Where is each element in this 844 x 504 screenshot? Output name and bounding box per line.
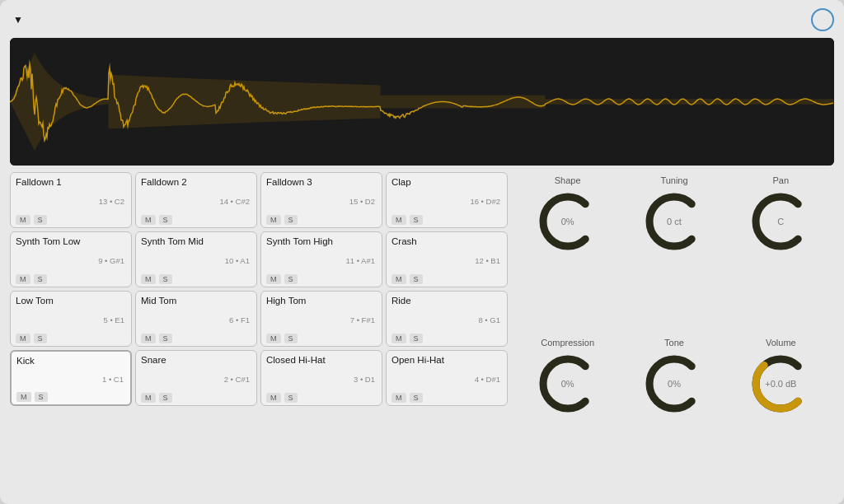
pad-buttons-lowtom: M S bbox=[16, 334, 126, 343]
pad-name-lowtom: Low Tom bbox=[16, 296, 126, 306]
mute-button-falldown1[interactable]: M bbox=[16, 215, 30, 225]
mute-button-synthtommid[interactable]: M bbox=[141, 274, 156, 284]
mute-button-hightom[interactable]: M bbox=[266, 334, 281, 343]
drum-pad-snare[interactable]: Snare 2 • C#1 M S bbox=[135, 350, 257, 406]
pad-buttons-crash: M S bbox=[392, 274, 502, 284]
knob-label-2: Pan bbox=[773, 175, 790, 185]
drum-pad-clap[interactable]: Clap 16 • D#2 M S bbox=[386, 172, 508, 228]
mute-button-openhihat[interactable]: M bbox=[392, 393, 406, 403]
drum-pad-ride[interactable]: Ride 8 • G1 M S bbox=[386, 291, 508, 347]
solo-button-openhihat[interactable]: S bbox=[410, 393, 423, 403]
controls-panel: Shape0%Tuning0 ctPanCCompression0%Tone0%… bbox=[514, 172, 834, 496]
solo-button-falldown1[interactable]: S bbox=[34, 215, 47, 225]
mute-button-kick[interactable]: M bbox=[16, 392, 31, 402]
knob-value-1: 0 ct bbox=[667, 217, 682, 226]
pad-buttons-openhihat: M S bbox=[392, 393, 502, 403]
drum-pad-crash[interactable]: Crash 12 • B1 M S bbox=[386, 231, 508, 287]
pad-name-falldown2: Falldown 2 bbox=[141, 177, 251, 187]
drum-pad-falldown2[interactable]: Falldown 2 14 • C#2 M S bbox=[135, 172, 257, 228]
pad-buttons-falldown1: M S bbox=[16, 215, 126, 225]
drum-pad-synthtomhigh[interactable]: Synth Tom High 11 • A#1 M S bbox=[260, 231, 382, 287]
pad-name-falldown1: Falldown 1 bbox=[16, 177, 126, 187]
pad-name-synthtomlow: Synth Tom Low bbox=[16, 236, 126, 246]
solo-button-hightom[interactable]: S bbox=[284, 334, 298, 343]
mute-button-synthtomhigh[interactable]: M bbox=[266, 274, 281, 284]
knob-value-3: 0% bbox=[561, 379, 574, 389]
knob-group-volume: Volume+0.0 dB bbox=[731, 338, 831, 493]
drum-pad-synthtommid[interactable]: Synth Tom Mid 10 • A1 M S bbox=[135, 231, 257, 287]
knob-tone[interactable]: 0% bbox=[641, 351, 707, 417]
pad-name-snare: Snare bbox=[141, 355, 251, 365]
bottom-section: Falldown 1 13 • C2 M S Falldown 2 14 • C… bbox=[10, 172, 834, 496]
drum-pad-midtom[interactable]: Mid Tom 6 • F1 M S bbox=[135, 291, 257, 347]
mute-button-midtom[interactable]: M bbox=[141, 334, 156, 343]
knob-value-0: 0% bbox=[561, 217, 574, 226]
knob-value-5: +0.0 dB bbox=[765, 379, 796, 389]
knob-tuning[interactable]: 0 ct bbox=[641, 189, 707, 254]
pad-info-snare: 2 • C#1 bbox=[141, 375, 251, 384]
solo-button-falldown2[interactable]: S bbox=[159, 215, 172, 225]
mute-button-ride[interactable]: M bbox=[392, 334, 406, 343]
drum-pad-openhihat[interactable]: Open Hi-Hat 4 • D#1 M S bbox=[386, 350, 508, 406]
solo-button-kick[interactable]: S bbox=[35, 392, 48, 402]
solo-button-synthtommid[interactable]: S bbox=[159, 274, 172, 284]
knob-shape[interactable]: 0% bbox=[535, 189, 601, 254]
pad-name-openhihat: Open Hi-Hat bbox=[392, 355, 502, 365]
solo-button-snare[interactable]: S bbox=[159, 393, 172, 403]
pad-buttons-synthtomhigh: M S bbox=[266, 274, 377, 284]
knob-label-3: Compression bbox=[541, 338, 594, 348]
solo-button-synthtomhigh[interactable]: S bbox=[284, 274, 298, 284]
pad-buttons-closedhihat: M S bbox=[266, 393, 377, 403]
knob-compression[interactable]: 0% bbox=[535, 351, 601, 417]
solo-button-crash[interactable]: S bbox=[410, 274, 423, 284]
knob-volume[interactable]: +0.0 dB bbox=[748, 351, 814, 417]
preset-name[interactable]: ▼ bbox=[10, 14, 23, 26]
pad-buttons-kick: M S bbox=[16, 392, 125, 402]
knob-label-0: Shape bbox=[555, 175, 581, 185]
pad-buttons-clap: M S bbox=[392, 215, 502, 225]
solo-button-falldown3[interactable]: S bbox=[284, 215, 298, 225]
more-options-button[interactable] bbox=[811, 8, 834, 31]
mute-button-falldown2[interactable]: M bbox=[141, 215, 156, 225]
drum-pad-closedhihat[interactable]: Closed Hi-Hat 3 • D1 M S bbox=[260, 350, 382, 406]
mute-button-clap[interactable]: M bbox=[392, 215, 406, 225]
pad-info-ride: 8 • G1 bbox=[392, 315, 502, 324]
knob-pan[interactable]: C bbox=[748, 189, 814, 254]
pad-info-clap: 16 • D#2 bbox=[392, 197, 502, 206]
pad-info-falldown2: 14 • C#2 bbox=[141, 197, 251, 206]
solo-button-midtom[interactable]: S bbox=[159, 334, 172, 343]
pad-info-closedhihat: 3 • D1 bbox=[266, 375, 377, 384]
knob-group-tone: Tone0% bbox=[624, 338, 724, 493]
mute-button-lowtom[interactable]: M bbox=[16, 334, 30, 343]
solo-button-lowtom[interactable]: S bbox=[34, 334, 47, 343]
drum-pad-falldown1[interactable]: Falldown 1 13 • C2 M S bbox=[10, 172, 132, 228]
solo-button-synthtomlow[interactable]: S bbox=[34, 274, 47, 284]
knob-value-4: 0% bbox=[668, 379, 681, 389]
pad-info-synthtomlow: 9 • G#1 bbox=[16, 256, 126, 265]
pad-name-clap: Clap bbox=[392, 177, 502, 187]
solo-button-clap[interactable]: S bbox=[410, 215, 423, 225]
mute-button-snare[interactable]: M bbox=[141, 393, 156, 403]
drum-pad-synthtomlow[interactable]: Synth Tom Low 9 • G#1 M S bbox=[10, 231, 132, 287]
mute-button-closedhihat[interactable]: M bbox=[266, 393, 281, 403]
drum-pad-falldown3[interactable]: Falldown 3 15 • D2 M S bbox=[260, 172, 382, 228]
pad-buttons-falldown2: M S bbox=[141, 215, 251, 225]
solo-button-ride[interactable]: S bbox=[410, 334, 423, 343]
knob-label-4: Tone bbox=[664, 338, 684, 348]
app-container: ▼ Falldown 1 13 • C2 M S Falldown 2 14 •… bbox=[0, 0, 844, 504]
pad-name-synthtomhigh: Synth Tom High bbox=[266, 236, 377, 246]
pad-info-midtom: 6 • F1 bbox=[141, 315, 251, 324]
mute-button-falldown3[interactable]: M bbox=[266, 215, 281, 225]
chevron-down-icon: ▼ bbox=[13, 14, 23, 26]
drum-pad-hightom[interactable]: High Tom 7 • F#1 M S bbox=[260, 291, 382, 347]
pad-info-hightom: 7 • F#1 bbox=[266, 315, 377, 324]
knob-group-tuning: Tuning0 ct bbox=[624, 175, 724, 331]
mute-button-synthtomlow[interactable]: M bbox=[16, 274, 30, 284]
mute-button-crash[interactable]: M bbox=[392, 274, 406, 284]
pad-info-kick: 1 • C1 bbox=[16, 375, 125, 384]
pad-buttons-hightom: M S bbox=[266, 334, 377, 343]
drum-pad-lowtom[interactable]: Low Tom 5 • E1 M S bbox=[10, 291, 132, 347]
solo-button-closedhihat[interactable]: S bbox=[284, 393, 298, 403]
waveform-display bbox=[10, 38, 834, 166]
drum-pad-kick[interactable]: Kick 1 • C1 M S bbox=[10, 350, 132, 406]
